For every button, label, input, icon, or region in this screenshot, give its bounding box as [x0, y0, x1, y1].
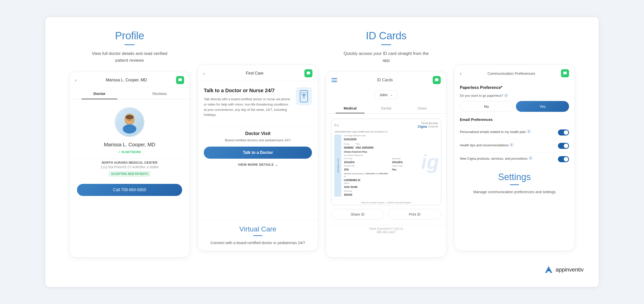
id-tab-medical[interactable]: Medical — [332, 103, 368, 113]
call-button[interactable]: Call 708-684-5650 — [77, 184, 182, 196]
id-chat-icon[interactable] — [433, 76, 441, 84]
group-value: 0038582 — [344, 146, 354, 149]
paperless-question: Do you want to go paperless? i — [460, 93, 569, 97]
tab-doctor[interactable]: Doctor — [69, 88, 130, 99]
specialist-label: Specialist — [392, 157, 438, 160]
settings-bottom-section: Settings Manage communication preference… — [460, 172, 569, 195]
toggle-switch-1[interactable] — [558, 129, 569, 136]
id-card-inner: C-1 Tiered Benefits Cigna CoraLink — [331, 119, 441, 200]
settings-header-title: Communication Preferences — [488, 71, 535, 76]
virtual-care-section: Virtual Care Connect with a board-certif… — [198, 220, 318, 251]
toggle1-info-icon: i — [527, 129, 531, 133]
profile-divider — [125, 44, 135, 45]
settings-content: ‹ Communication Preferences Paperless Pr… — [454, 65, 575, 251]
chat-icon[interactable] — [176, 76, 184, 84]
id-card-footer: Network Savings Program | Med/Rx Deducti… — [331, 200, 441, 205]
id-tab-vision[interactable]: Vision — [404, 103, 440, 113]
id-tabs: Medical Dental Vision — [326, 103, 446, 114]
back-arrow-icon[interactable]: ‹ — [75, 77, 77, 83]
coralink-label: CoraLink — [428, 125, 438, 128]
doctor-avatar — [114, 107, 145, 137]
profile-phone-card: ‹ Marissa L. Cooper, MD Doctor Reviews — [69, 71, 190, 258]
doctor-avatar-wrap — [69, 99, 190, 142]
urgent-val: Yes — [392, 168, 396, 171]
tiered-benefits: Tiered Benefits — [421, 122, 438, 125]
paperless-info-icon: i — [504, 93, 508, 97]
tab-reviews[interactable]: Reviews — [130, 88, 190, 99]
talk-to-doctor-button[interactable]: Talk to a Doctor — [204, 147, 312, 159]
toggle-label-1: Personalized emails related to my health… — [460, 129, 555, 134]
in-network-badge: ✓ IN-NETWORK — [69, 149, 190, 158]
settings-body: Paperless Preference* Do you want to go … — [454, 81, 575, 199]
find-care-back-icon[interactable]: ‹ — [203, 71, 205, 76]
rxgroup-label: RxGroup — [344, 190, 438, 192]
svg-rect-14 — [302, 97, 306, 98]
vc-divider — [253, 235, 262, 236]
toggle-label-3: New Cigna products, services, and promot… — [460, 156, 555, 161]
service-section: Doctor Visit Board-certified doctors and… — [204, 131, 312, 166]
id-header-title: ID Cards — [377, 78, 393, 82]
toggle-label-2: Health tips and recommendations i — [460, 143, 555, 148]
chevron-down-icon: ⌄ — [275, 163, 278, 166]
toggle-switch-2[interactable] — [558, 143, 569, 149]
profile-title: Profile — [69, 30, 190, 42]
dropdown-chevron-icon: ⌄ — [390, 92, 393, 97]
id-cards-desc: Quickly access your ID card straight fro… — [343, 50, 429, 64]
toggle-switch-3[interactable] — [558, 156, 569, 162]
service-desc: Board-certified doctors and pediatrician… — [204, 138, 312, 142]
profile-title-area: Profile View full doctor details and rea… — [69, 27, 190, 71]
service-title: Doctor Visit — [204, 131, 312, 136]
id-tab-dental[interactable]: Dental — [368, 103, 404, 113]
profile-header-bar: ‹ Marissa L. Cooper, MD — [69, 72, 190, 88]
view-more-link[interactable]: VIEW MORE DETAILS ⌄ — [204, 163, 312, 166]
find-care-chat-icon[interactable] — [304, 69, 312, 77]
toggle-row-1: Personalized emails related to my health… — [460, 126, 569, 139]
cigna-logo: Cigna — [418, 125, 427, 128]
name-label: Name — [344, 182, 438, 184]
find-care-header-bar: ‹ Find Care — [198, 65, 318, 81]
checkmark-icon: ✓ — [118, 150, 120, 154]
find-care-header-title: Find Care — [246, 71, 263, 76]
id-card-info: Coverage Effective Date 01/01/2020 Group… — [344, 134, 438, 197]
svg-point-12 — [303, 94, 305, 96]
settings-chat-icon[interactable] — [561, 69, 569, 77]
id-card-header-row: C-1 Tiered Benefits Cigna CoraLink — [334, 122, 438, 128]
settings-section: ‹ Communication Preferences Paperless Pr… — [454, 27, 575, 258]
id-card-stripe: myCigna.com — [334, 134, 341, 197]
toggle-row-3: New Cigna products, services, and promot… — [460, 152, 569, 166]
outer-wrapper: Profile View full doctor details and rea… — [45, 17, 599, 287]
id-actions-row: Share ID Print ID — [326, 209, 446, 225]
hosp-val: 15% — [344, 168, 349, 171]
id-value: U19380482 01 — [344, 179, 360, 182]
specialist-val: 15%/25% — [392, 161, 403, 164]
hamburger-line-1 — [332, 78, 337, 79]
paperless-title: Paperless Preference* — [460, 85, 569, 90]
pcp-label: PCP Visit — [344, 157, 390, 160]
toggle2-info-icon: i — [510, 143, 514, 147]
profile-tabs: Doctor Reviews — [69, 88, 190, 99]
hero-icon-box — [296, 87, 312, 105]
print-id-button[interactable]: Print ID — [388, 209, 441, 220]
coverage-date: 01/01/2020 — [344, 138, 356, 141]
hamburger-line-3 — [332, 81, 337, 82]
hospital-address: 1112 SOUTHGATE CT AURORA, IL 60504 — [74, 165, 185, 169]
settings-back-icon[interactable]: ‹ — [460, 71, 462, 76]
find-care-phone-card: ‹ Find Care Talk to a Doctor or Nurse 24… — [197, 64, 318, 251]
id-card-label: C-1 — [334, 124, 339, 127]
id-cards-content: ID Cards John ⌄ Medical Dental — [326, 72, 446, 257]
yes-button[interactable]: Yes — [516, 101, 569, 112]
id-card-logo-area: Tiered Benefits Cigna CoraLink — [418, 122, 438, 128]
hamburger-icon[interactable] — [332, 78, 337, 82]
card-admin-text: Administered By Cigna Health and Life In… — [334, 130, 438, 133]
urgent-label: Urgent Care — [392, 165, 438, 167]
group-label: Group — [344, 143, 354, 145]
logo-area: appinventiv — [58, 265, 586, 274]
share-id-button[interactable]: Share ID — [331, 209, 384, 220]
toggle3-info-icon: i — [529, 156, 533, 160]
doctor-name: Marissa L. Cooper, MD — [69, 142, 190, 149]
id-cards-title: ID Cards — [326, 30, 447, 42]
member-dropdown[interactable]: John ⌄ — [375, 90, 397, 99]
cards-row: Profile View full doctor details and rea… — [58, 27, 586, 258]
no-button[interactable]: No — [460, 101, 513, 112]
appinventiv-logo-icon — [544, 265, 553, 274]
